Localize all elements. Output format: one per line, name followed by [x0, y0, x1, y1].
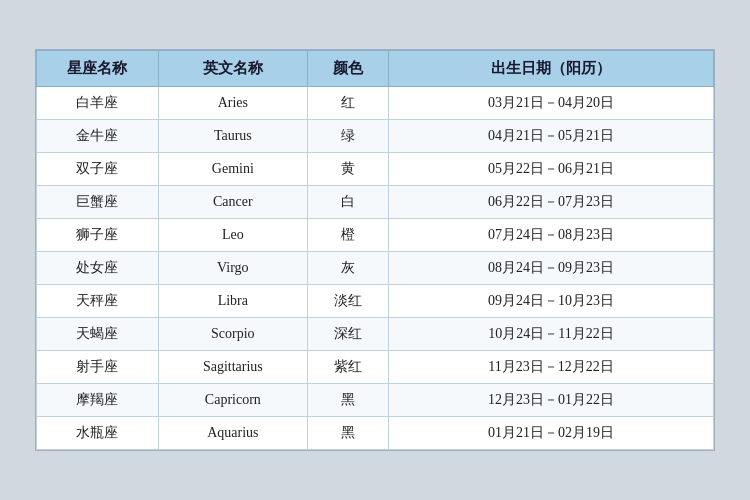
cell-chinese: 天秤座: [37, 285, 159, 318]
table-row: 天蝎座Scorpio深红10月24日－11月22日: [37, 318, 714, 351]
cell-color: 白: [307, 186, 388, 219]
cell-chinese: 天蝎座: [37, 318, 159, 351]
table-header-row: 星座名称 英文名称 颜色 出生日期（阳历）: [37, 51, 714, 87]
cell-chinese: 水瓶座: [37, 417, 159, 450]
cell-english: Libra: [158, 285, 307, 318]
cell-date: 09月24日－10月23日: [389, 285, 714, 318]
cell-chinese: 狮子座: [37, 219, 159, 252]
cell-chinese: 白羊座: [37, 87, 159, 120]
cell-english: Virgo: [158, 252, 307, 285]
table-row: 水瓶座Aquarius黑01月21日－02月19日: [37, 417, 714, 450]
cell-date: 08月24日－09月23日: [389, 252, 714, 285]
cell-english: Cancer: [158, 186, 307, 219]
cell-english: Leo: [158, 219, 307, 252]
cell-color: 橙: [307, 219, 388, 252]
header-date: 出生日期（阳历）: [389, 51, 714, 87]
cell-date: 06月22日－07月23日: [389, 186, 714, 219]
cell-date: 10月24日－11月22日: [389, 318, 714, 351]
cell-color: 黑: [307, 384, 388, 417]
cell-color: 黄: [307, 153, 388, 186]
cell-date: 05月22日－06月21日: [389, 153, 714, 186]
cell-color: 红: [307, 87, 388, 120]
cell-english: Scorpio: [158, 318, 307, 351]
table-row: 天秤座Libra淡红09月24日－10月23日: [37, 285, 714, 318]
cell-chinese: 双子座: [37, 153, 159, 186]
cell-date: 01月21日－02月19日: [389, 417, 714, 450]
zodiac-table-container: 星座名称 英文名称 颜色 出生日期（阳历） 白羊座Aries红03月21日－04…: [35, 49, 715, 451]
cell-english: Aquarius: [158, 417, 307, 450]
cell-date: 03月21日－04月20日: [389, 87, 714, 120]
table-row: 摩羯座Capricorn黑12月23日－01月22日: [37, 384, 714, 417]
header-chinese: 星座名称: [37, 51, 159, 87]
cell-color: 淡红: [307, 285, 388, 318]
cell-chinese: 射手座: [37, 351, 159, 384]
table-row: 巨蟹座Cancer白06月22日－07月23日: [37, 186, 714, 219]
cell-date: 04月21日－05月21日: [389, 120, 714, 153]
table-row: 射手座Sagittarius紫红11月23日－12月22日: [37, 351, 714, 384]
cell-date: 07月24日－08月23日: [389, 219, 714, 252]
cell-chinese: 金牛座: [37, 120, 159, 153]
table-row: 狮子座Leo橙07月24日－08月23日: [37, 219, 714, 252]
table-body: 白羊座Aries红03月21日－04月20日金牛座Taurus绿04月21日－0…: [37, 87, 714, 450]
cell-date: 12月23日－01月22日: [389, 384, 714, 417]
table-row: 双子座Gemini黄05月22日－06月21日: [37, 153, 714, 186]
cell-english: Taurus: [158, 120, 307, 153]
cell-color: 灰: [307, 252, 388, 285]
table-row: 白羊座Aries红03月21日－04月20日: [37, 87, 714, 120]
cell-color: 绿: [307, 120, 388, 153]
cell-color: 紫红: [307, 351, 388, 384]
cell-color: 深红: [307, 318, 388, 351]
cell-english: Capricorn: [158, 384, 307, 417]
cell-english: Gemini: [158, 153, 307, 186]
cell-chinese: 处女座: [37, 252, 159, 285]
cell-english: Sagittarius: [158, 351, 307, 384]
table-row: 处女座Virgo灰08月24日－09月23日: [37, 252, 714, 285]
cell-color: 黑: [307, 417, 388, 450]
header-english: 英文名称: [158, 51, 307, 87]
header-color: 颜色: [307, 51, 388, 87]
zodiac-table: 星座名称 英文名称 颜色 出生日期（阳历） 白羊座Aries红03月21日－04…: [36, 50, 714, 450]
cell-chinese: 摩羯座: [37, 384, 159, 417]
cell-chinese: 巨蟹座: [37, 186, 159, 219]
cell-date: 11月23日－12月22日: [389, 351, 714, 384]
cell-english: Aries: [158, 87, 307, 120]
table-row: 金牛座Taurus绿04月21日－05月21日: [37, 120, 714, 153]
